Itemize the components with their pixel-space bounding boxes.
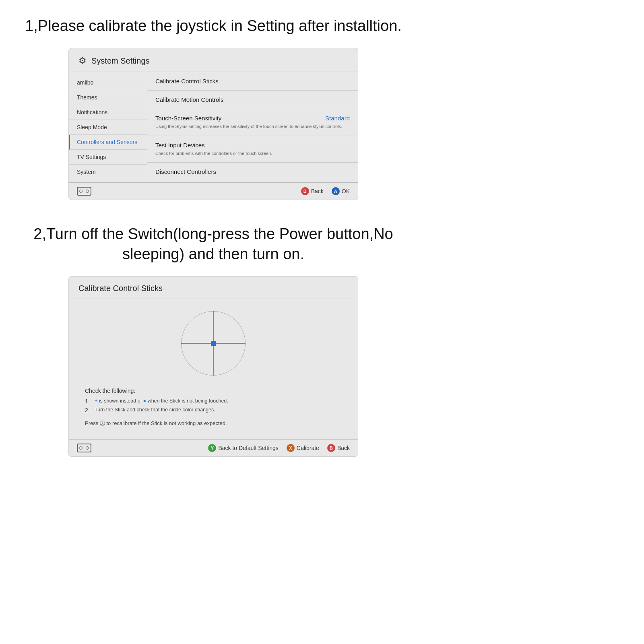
sidebar-item-sleep[interactable]: Sleep Mode bbox=[69, 120, 147, 135]
settings-body: amiibo Themes Notifications Sleep Mode C… bbox=[69, 72, 358, 182]
instruction-2-text: 2,Turn off the Switch(long-press the Pow… bbox=[24, 224, 402, 264]
check-title: Check the following: bbox=[85, 388, 342, 394]
check-1-middle: is shown instead of bbox=[99, 398, 143, 404]
back-button[interactable]: B Back bbox=[301, 187, 324, 195]
calibrate-label: Calibrate bbox=[297, 445, 319, 451]
instruction-1-text: 1,Please calibrate the joystick in Setti… bbox=[24, 16, 402, 36]
crosshair-svg bbox=[181, 311, 246, 376]
check-item-2: 2 Turn the Stick and check that the circ… bbox=[85, 407, 342, 413]
test-input-label: Test Input Devices bbox=[155, 142, 350, 149]
settings-sidebar: amiibo Themes Notifications Sleep Mode C… bbox=[69, 72, 147, 182]
sidebar-item-tv[interactable]: TV Settings bbox=[69, 150, 147, 165]
settings-header: ⚙ System Settings bbox=[69, 48, 358, 72]
calibrate-button[interactable]: X Calibrate bbox=[287, 444, 319, 452]
check-2-text: Turn the Stick and check that the circle… bbox=[95, 407, 215, 413]
back-button-2[interactable]: B Back bbox=[327, 444, 350, 452]
a-button-icon: A bbox=[332, 187, 340, 195]
ok-button[interactable]: A OK bbox=[332, 187, 350, 195]
check-1-end: when the Stick is not being touched. bbox=[148, 398, 228, 404]
touch-sensitivity-row: Touch-Screen Sensitivity Standard bbox=[155, 115, 350, 122]
check-item-1-text: + is shown instead of ● when the Stick i… bbox=[95, 398, 228, 404]
sidebar-item-themes[interactable]: Themes bbox=[69, 90, 147, 105]
sidebar-item-amiibo[interactable]: amiibo bbox=[69, 75, 147, 90]
calibrate-sticks-label: Calibrate Control Sticks bbox=[155, 78, 219, 85]
b-button-icon: B bbox=[301, 187, 309, 195]
calibrate-footer-buttons: Y Back to Default Settings X Calibrate B… bbox=[208, 444, 350, 452]
check-num-2: 2 bbox=[85, 407, 91, 413]
settings-footer: B Back A OK bbox=[69, 182, 358, 200]
settings-screen-mockup: ⚙ System Settings amiibo Themes Notifica… bbox=[68, 48, 358, 200]
x-button-icon: X bbox=[287, 444, 295, 452]
sidebar-item-notifications[interactable]: Notifications bbox=[69, 105, 147, 120]
check-num-1: 1 bbox=[85, 398, 91, 405]
gear-icon: ⚙ bbox=[78, 56, 87, 66]
calibrate-header: Calibrate Control Sticks bbox=[69, 277, 358, 299]
test-input-desc: Check for problems with the controllers … bbox=[155, 151, 350, 157]
back-default-button[interactable]: Y Back to Default Settings bbox=[208, 444, 278, 452]
calibrate-footer: Y Back to Default Settings X Calibrate B… bbox=[69, 439, 358, 456]
calibrate-title: Calibrate Control Sticks bbox=[78, 284, 163, 293]
touch-sensitivity-value: Standard bbox=[325, 115, 350, 122]
content-touch-sensitivity[interactable]: Touch-Screen Sensitivity Standard Using … bbox=[147, 109, 358, 136]
calibrate-motion-label: Calibrate Motion Controls bbox=[155, 96, 223, 103]
y-button-icon: Y bbox=[208, 444, 216, 452]
sidebar-item-system[interactable]: System bbox=[69, 165, 147, 179]
dot-icon: ● bbox=[143, 398, 147, 404]
content-test-input[interactable]: Test Input Devices Check for problems wi… bbox=[147, 136, 358, 163]
back-label: Back bbox=[311, 188, 324, 194]
footer-buttons: B Back A OK bbox=[301, 187, 350, 195]
check-instructions: Check the following: 1 + is shown instea… bbox=[85, 388, 342, 427]
b-button-icon-2: B bbox=[327, 444, 335, 452]
back-label-2: Back bbox=[337, 445, 350, 451]
disconnect-label: Disconnect Controllers bbox=[155, 168, 216, 175]
back-default-label: Back to Default Settings bbox=[218, 445, 278, 451]
sidebar-item-controllers[interactable]: Controllers and Sensors bbox=[69, 135, 147, 150]
ok-label: OK bbox=[342, 188, 350, 194]
settings-title: System Settings bbox=[91, 56, 150, 66]
plus-icon: + bbox=[95, 398, 97, 404]
content-calibrate-sticks[interactable]: Calibrate Control Sticks bbox=[147, 72, 358, 91]
touch-sensitivity-label: Touch-Screen Sensitivity bbox=[155, 115, 221, 122]
content-calibrate-motion[interactable]: Calibrate Motion Controls bbox=[147, 91, 358, 109]
crosshair-container bbox=[181, 311, 246, 376]
press-recal-text: Press Ⓧ to recalibrate if the Stick is n… bbox=[85, 420, 342, 427]
check-item-1: 1 + is shown instead of ● when the Stick… bbox=[85, 398, 342, 405]
console-icon bbox=[77, 187, 91, 196]
calibrate-body: Check the following: 1 + is shown instea… bbox=[69, 299, 358, 439]
touch-sensitivity-desc: Using the Stylus setting increases the s… bbox=[155, 124, 350, 130]
svg-rect-2 bbox=[211, 341, 216, 346]
console-icon-2 bbox=[77, 444, 91, 452]
settings-content: Calibrate Control Sticks Calibrate Motio… bbox=[147, 72, 358, 182]
content-disconnect[interactable]: Disconnect Controllers bbox=[147, 163, 358, 181]
calibrate-screen-mockup: Calibrate Control Sticks Check the follo… bbox=[68, 276, 358, 457]
